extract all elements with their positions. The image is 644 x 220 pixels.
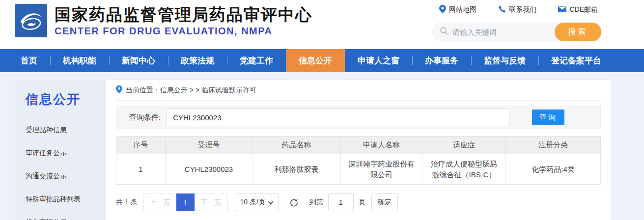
site-titles: 国家药品监督管理局药品审评中心 CENTER FOR DRUG EVALUATI… <box>55 5 312 37</box>
nav-item-party[interactable]: 党建工作 <box>227 49 286 72</box>
chevron-down-icon <box>268 198 273 206</box>
cell-acceptance-number: CYHL2300023 <box>166 154 252 185</box>
query-box: 查询条件: 查询 <box>116 106 601 129</box>
header-applicant-name: 申请人名称 <box>341 137 422 154</box>
sidebar-item-accepted-varieties[interactable]: 受理品种信息 <box>26 126 106 135</box>
current-page-button[interactable]: 1 <box>176 193 195 211</box>
nav-item-news[interactable]: 新闻中心 <box>109 49 168 72</box>
sidebar-list: 受理品种信息 审评任务公示 沟通交流公示 特殊审批品种列表 优先审评公示 <box>26 126 106 220</box>
contact-link[interactable]: 联系我们 <box>498 5 536 15</box>
confirm-button[interactable]: 确定 <box>371 193 398 211</box>
header-seq: 序号 <box>116 137 166 154</box>
site-search-button[interactable]: 搜索 <box>555 23 601 41</box>
header-drug-name: 药品名称 <box>252 137 341 154</box>
site-title-cn: 国家药品监督管理局药品审评中心 <box>55 5 312 25</box>
pagination-group: 上一页 1 下一页 <box>143 193 228 211</box>
table-row: 1 CYHL2300023 利那洛肽胶囊 深圳翰宇药业股份有限公司 治疗成人便秘… <box>116 154 601 185</box>
table-header-row: 序号 受理号 药品名称 申请人名称 适应症 注册分类 <box>116 137 601 154</box>
sitemap-label: 网站地图 <box>449 5 476 14</box>
pagination: 共 1 条 上一页 1 下一页 10 条/页 到第 页 <box>116 193 601 211</box>
sidebar-item-communication[interactable]: 沟通交流公示 <box>26 172 106 181</box>
content-row: 信息公开 受理品种信息 审评任务公示 沟通交流公示 特殊审批品种列表 优先审评公… <box>15 80 611 220</box>
breadcrumb: 当前位置：信息公开 > > 临床试验默示许可 <box>116 80 601 101</box>
nav-item-info-disclosure[interactable]: 信息公开 <box>286 49 345 72</box>
sidebar-title: 信息公开 <box>26 91 106 108</box>
main-panel: 当前位置：信息公开 > > 临床试验默示许可 查询条件: 查询 序号 受理号 药… <box>106 80 611 220</box>
cell-seq: 1 <box>116 154 166 185</box>
cell-drug-name: 利那洛肽胶囊 <box>252 154 341 185</box>
mailbox-link[interactable]: CDE邮箱 <box>558 5 598 15</box>
header-right: 网站地图 联系我们 CDE邮箱 <box>432 5 602 41</box>
sidebar-item-review-tasks[interactable]: 审评任务公示 <box>26 149 106 158</box>
logo-area: 国家药品监督管理局药品审评中心 CENTER FOR DRUG EVALUATI… <box>15 4 312 37</box>
cell-registration-class: 化学药品:4类 <box>506 154 601 185</box>
breadcrumb-pin-icon <box>116 85 122 95</box>
sidebar: 信息公开 受理品种信息 审评任务公示 沟通交流公示 特殊审批品种列表 优先审评公… <box>15 80 106 220</box>
prev-page-button[interactable]: 上一页 <box>143 193 177 211</box>
cde-fish-logo-icon <box>15 4 47 37</box>
phone-icon <box>498 5 506 15</box>
next-page-button[interactable]: 下一页 <box>195 193 228 211</box>
refresh-icon[interactable] <box>289 198 299 207</box>
site-search-bar: 搜索 <box>432 23 602 41</box>
header-indication: 适应症 <box>422 137 506 154</box>
nav-item-services[interactable]: 办事服务 <box>412 49 471 72</box>
contact-label: 联系我们 <box>509 5 536 14</box>
location-pin-icon <box>439 5 446 15</box>
page-size-select[interactable]: 10 条/页 <box>235 193 279 211</box>
nav-item-home[interactable]: 首页 <box>8 49 50 72</box>
site-title-en: CENTER FOR DRUG EVALUATION, NMPA <box>55 26 312 37</box>
nav-item-functions[interactable]: 机构职能 <box>50 49 109 72</box>
site-header: 国家药品监督管理局药品审评中心 CENTER FOR DRUG EVALUATI… <box>0 0 644 49</box>
page-size-value: 10 条/页 <box>240 198 265 207</box>
query-input[interactable] <box>167 109 509 126</box>
nav-item-policies[interactable]: 政策法规 <box>168 49 227 72</box>
pagination-total: 共 1 条 <box>116 198 138 207</box>
site-search-input[interactable] <box>452 28 555 36</box>
nav-item-supervision[interactable]: 监督与反馈 <box>471 49 538 72</box>
sidebar-item-special-approval[interactable]: 特殊审批品种列表 <box>26 195 106 204</box>
mailbox-label: CDE邮箱 <box>569 5 598 14</box>
breadcrumb-text: 当前位置：信息公开 > > 临床试验默示许可 <box>126 86 256 95</box>
goto-page-prefix: 到第 <box>309 198 323 207</box>
query-button[interactable]: 查询 <box>532 110 564 125</box>
sitemap-link[interactable]: 网站地图 <box>439 5 476 15</box>
query-label: 查询条件: <box>129 113 161 122</box>
nav-item-applicant-window[interactable]: 申请人之窗 <box>345 49 412 72</box>
cell-applicant-name: 深圳翰宇药业股份有限公司 <box>341 154 422 185</box>
results-table: 序号 受理号 药品名称 申请人名称 适应症 注册分类 1 CYHL2300023… <box>116 136 601 185</box>
goto-page-suffix: 页 <box>359 198 365 207</box>
header-registration-class: 注册分类 <box>506 137 601 154</box>
cell-indication: 治疗成人便秘型肠易激综合征（IBS-C） <box>422 154 506 185</box>
nav-item-registration-platform[interactable]: 登记备案平台 <box>538 49 614 72</box>
cde-website-page: 国家药品监督管理局药品审评中心 CENTER FOR DRUG EVALUATI… <box>0 0 644 220</box>
goto-page-input[interactable] <box>328 193 354 211</box>
top-links: 网站地图 联系我们 CDE邮箱 <box>432 5 602 15</box>
sidebar-item-priority-review[interactable]: 优先审评公示 <box>26 218 106 220</box>
header-acceptance-number: 受理号 <box>166 137 252 154</box>
main-nav: 首页 机构职能 新闻中心 政策法规 党建工作 信息公开 申请人之窗 办事服务 监… <box>0 49 644 72</box>
mail-icon <box>558 6 566 14</box>
search-icon <box>440 27 448 37</box>
